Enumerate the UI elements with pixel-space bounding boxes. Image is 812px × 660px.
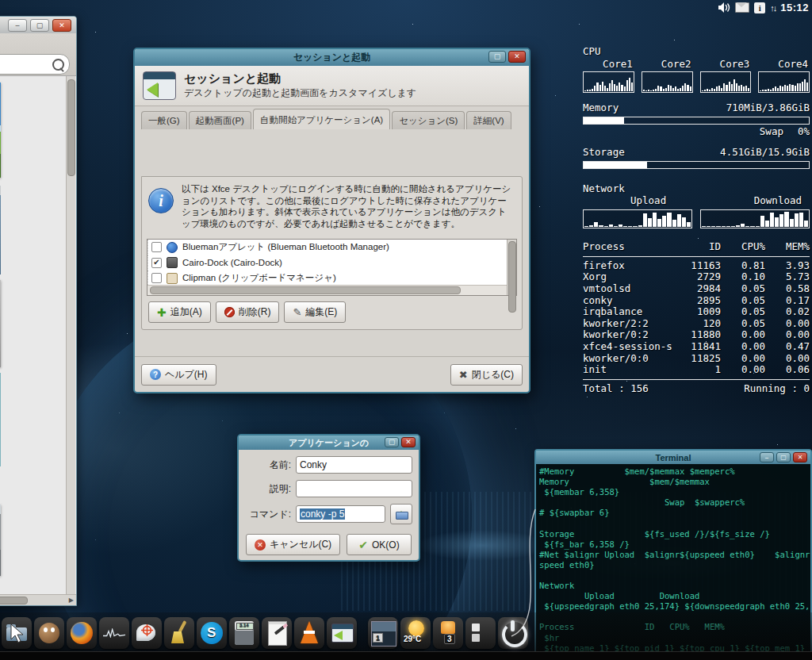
dock-icon-gimp[interactable] bbox=[34, 617, 64, 649]
edit-application-dialog: アプリケーションの ▢ ✕ 名前: Conky 説明: コマンド: conky … bbox=[237, 434, 420, 562]
mail-icon[interactable] bbox=[735, 2, 749, 13]
dock-icon-places[interactable] bbox=[465, 617, 496, 649]
help-icon: ? bbox=[150, 369, 161, 380]
dock-icon-system-monitor[interactable] bbox=[99, 617, 129, 649]
network-graphs bbox=[583, 208, 810, 228]
browse-command-button[interactable] bbox=[390, 504, 412, 524]
dock-icon-vlc[interactable] bbox=[294, 617, 324, 649]
checkbox[interactable] bbox=[151, 242, 162, 252]
name-field[interactable]: Conky bbox=[296, 456, 412, 474]
clock[interactable]: 15:12 bbox=[780, 2, 809, 13]
dock-icon-calculator[interactable]: 3.14 bbox=[229, 617, 259, 649]
scrollbar-thumb[interactable] bbox=[150, 286, 461, 294]
browser-close-button[interactable]: ✕ bbox=[52, 19, 71, 32]
upload-graph bbox=[583, 209, 692, 228]
list-vertical-scrollbar[interactable] bbox=[507, 240, 516, 295]
close-button[interactable]: ✕ bbox=[793, 452, 807, 462]
checkbox[interactable]: ✔ bbox=[151, 258, 162, 268]
dock-icon-firefox[interactable] bbox=[67, 617, 97, 649]
dialog-title: セッションと起動 bbox=[293, 51, 371, 64]
process-row: vmtoolsd29840.050.58 bbox=[583, 283, 810, 295]
dock-icon-text-editor[interactable] bbox=[262, 617, 292, 649]
dock-icon-weather[interactable]: 29°C bbox=[400, 617, 431, 649]
close-dialog-button[interactable]: ✖閉じる(C) bbox=[450, 364, 523, 386]
core-label: Core3 bbox=[700, 59, 752, 71]
maximize-button[interactable]: ▢ bbox=[488, 51, 506, 63]
weather-label: 29°C bbox=[404, 635, 421, 643]
autostart-item-0[interactable]: Bluemanアプレット (Blueman Bluetooth Manager) bbox=[147, 240, 507, 255]
tab-0[interactable]: 一般(G) bbox=[141, 111, 187, 129]
command-field[interactable]: conky -p 5 bbox=[296, 505, 385, 523]
maximize-button[interactable]: ▢ bbox=[385, 437, 399, 447]
thumbnail-image[interactable] bbox=[0, 373, 1, 466]
maximize-button[interactable]: ▢ bbox=[776, 452, 791, 462]
thumbnail-image[interactable] bbox=[0, 186, 1, 274]
tab-3[interactable]: セッション(S) bbox=[392, 111, 465, 129]
scroll-right-arrow[interactable]: ▶ bbox=[69, 597, 74, 604]
browser-titlebar[interactable]: – ▢ ✕ bbox=[0, 17, 76, 33]
autostart-item-2[interactable]: Clipman (クリップボードマネージャ) bbox=[147, 271, 507, 286]
close-x-icon: ✖ bbox=[459, 370, 468, 380]
bottom-taskbar bbox=[0, 651, 812, 660]
close-button[interactable]: ✕ bbox=[508, 51, 526, 63]
dock-icon-broom[interactable] bbox=[164, 617, 194, 649]
scrollbar-thumb[interactable] bbox=[508, 241, 516, 313]
autostart-item-1[interactable]: ✔Cairo-Dock (Cairo-Dock) bbox=[147, 255, 507, 271]
dock-icon-notification[interactable]: 3 bbox=[433, 617, 463, 649]
thumbnail-image[interactable] bbox=[0, 280, 1, 367]
cpu-graph bbox=[700, 71, 752, 93]
add-button[interactable]: ✚追加(A) bbox=[148, 301, 211, 323]
ok-button[interactable]: ✔OK(O) bbox=[347, 534, 412, 555]
thumbnail-image[interactable] bbox=[0, 82, 1, 178]
close-button[interactable]: ✕ bbox=[401, 437, 416, 447]
name-label: 名前: bbox=[245, 459, 291, 472]
selected-text: conky -p 5 bbox=[300, 508, 345, 520]
network-icon[interactable]: ↑↓ bbox=[770, 3, 776, 13]
tab-4[interactable]: 詳細(V) bbox=[466, 111, 511, 129]
scrollbar-thumb[interactable] bbox=[0, 597, 28, 604]
tab-2[interactable]: 自動開始アプリケーション(A) bbox=[253, 109, 390, 129]
edit-button[interactable]: ✎編集(E) bbox=[284, 301, 346, 323]
terminal-titlebar[interactable]: Terminal – ▢ ✕ bbox=[536, 451, 810, 464]
dock-icon-session[interactable] bbox=[327, 617, 357, 649]
cancel-button[interactable]: ✕キャンセル(C) bbox=[246, 534, 340, 555]
thumbnail-image[interactable] bbox=[0, 505, 1, 576]
dock-icon-chat-target[interactable] bbox=[132, 617, 162, 649]
volume-icon[interactable] bbox=[718, 2, 730, 13]
list-horizontal-scrollbar[interactable] bbox=[147, 285, 507, 295]
minimize-button[interactable]: – bbox=[760, 452, 774, 462]
notification-label: 3 bbox=[444, 634, 455, 644]
tab-1[interactable]: 起動画面(P) bbox=[189, 111, 251, 129]
dock-icon-power[interactable] bbox=[498, 617, 528, 649]
scrollbar-thumb[interactable] bbox=[67, 79, 75, 176]
core-label: Core2 bbox=[642, 59, 693, 71]
remove-button[interactable]: 削除(R) bbox=[216, 301, 280, 323]
dialog-titlebar[interactable]: アプリケーションの ▢ ✕ bbox=[239, 436, 419, 450]
help-button[interactable]: ?ヘルプ(H) bbox=[141, 364, 216, 386]
dialog-titlebar[interactable]: セッションと起動 ▢ ✕ bbox=[135, 49, 529, 66]
browser-vertical-scrollbar[interactable] bbox=[66, 76, 75, 594]
swap-value: 0% bbox=[798, 126, 810, 138]
search-input[interactable]: oogle bbox=[0, 54, 70, 75]
process-table-header: ProcessIDCPU%MEM% bbox=[583, 241, 810, 253]
pencil-icon: ✎ bbox=[293, 307, 301, 317]
description-field[interactable] bbox=[296, 480, 412, 497]
input-method-icon[interactable]: i bbox=[754, 2, 765, 13]
dock-icon-skype[interactable]: S bbox=[197, 617, 227, 649]
core-label: Core4 bbox=[758, 59, 810, 71]
plus-icon: ✚ bbox=[157, 307, 167, 318]
autostart-list: Bluemanアプレット (Blueman Bluetooth Manager)… bbox=[147, 240, 507, 295]
mouse-cursor bbox=[10, 624, 27, 644]
dock-icon-pager[interactable]: 1 bbox=[368, 617, 398, 649]
browser-maximize-button[interactable]: ▢ bbox=[30, 19, 49, 32]
search-icon[interactable] bbox=[52, 59, 64, 71]
download-label: Download bbox=[754, 195, 802, 207]
browser-minimize-button[interactable]: – bbox=[8, 19, 27, 32]
item-label: Clipman (クリップボードマネージャ) bbox=[182, 272, 336, 284]
skype-label: S bbox=[207, 625, 216, 641]
process-row: xfce4-session-s118410.000.47 bbox=[583, 341, 810, 353]
header-subtitle: デスクトップの起動と起動画面をカスタマイズします bbox=[184, 86, 416, 100]
browser-horizontal-scrollbar[interactable]: ▶ bbox=[0, 594, 76, 605]
cpu-graph bbox=[758, 71, 810, 93]
checkbox[interactable] bbox=[151, 273, 162, 283]
